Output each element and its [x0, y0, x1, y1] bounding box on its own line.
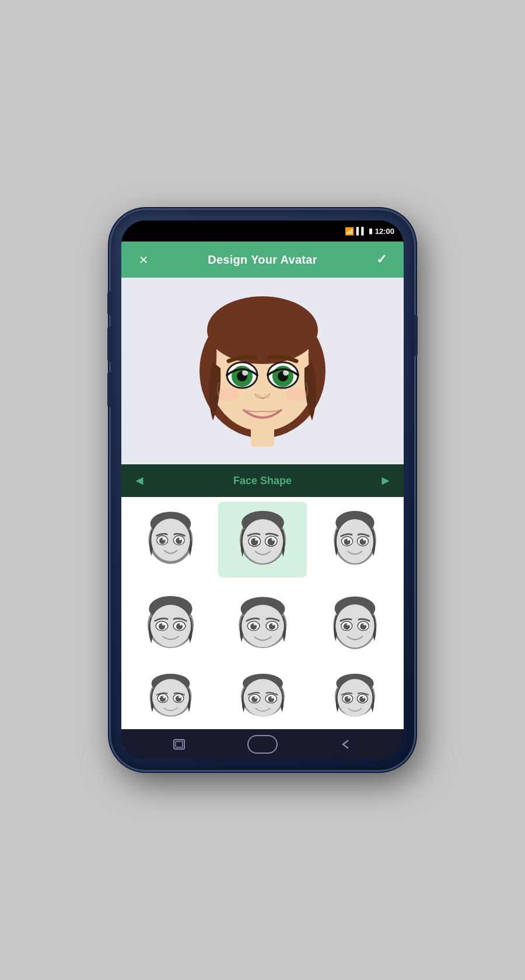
svg-point-13	[264, 394, 270, 398]
svg-point-59	[253, 622, 256, 625]
svg-point-87	[271, 696, 274, 699]
close-button[interactable]: ×	[133, 249, 154, 270]
phone-frame: SAMSUNG 📶 ▌▌ ▮ 12:00 × Design Your Avata…	[111, 210, 414, 770]
bixby-button[interactable]	[107, 372, 111, 407]
volume-up-button[interactable]	[107, 292, 111, 315]
face-option-5[interactable]	[218, 587, 307, 663]
svg-point-69	[363, 622, 366, 625]
svg-point-41	[347, 538, 350, 541]
face-option-6[interactable]	[310, 587, 399, 663]
screen-content: × Design Your Avatar ✓	[121, 242, 404, 760]
face-option-9[interactable]	[310, 672, 399, 719]
svg-point-23	[162, 537, 165, 540]
status-icons: 📶 ▌▌ ▮ 12:00	[345, 227, 394, 236]
svg-rect-98	[176, 741, 183, 747]
svg-point-3	[207, 296, 318, 364]
svg-point-50	[162, 622, 164, 625]
face-option-4[interactable]	[126, 587, 215, 663]
svg-point-96	[362, 696, 365, 699]
status-bar: 📶 ▌▌ ▮ 12:00	[121, 220, 404, 242]
svg-point-60	[272, 622, 275, 625]
svg-point-24	[178, 537, 181, 540]
recent-apps-button[interactable]	[166, 732, 192, 757]
next-arrow[interactable]: ►	[379, 473, 392, 488]
back-button[interactable]	[333, 732, 359, 757]
battery-icon: ▮	[369, 227, 373, 235]
svg-point-68	[346, 622, 349, 625]
confirm-button[interactable]: ✓	[371, 249, 392, 270]
svg-point-12	[255, 394, 261, 398]
signal-icon: ▌▌	[356, 227, 366, 235]
svg-point-14	[218, 387, 239, 401]
selector-label: Face Shape	[233, 475, 292, 487]
svg-point-51	[179, 622, 182, 625]
avatar-display	[187, 286, 338, 456]
phone-nav	[121, 729, 404, 760]
app-header: × Design Your Avatar ✓	[121, 242, 404, 278]
prev-arrow[interactable]: ◄	[133, 473, 146, 488]
svg-point-42	[362, 538, 365, 541]
page-title: Design Your Avatar	[208, 253, 317, 267]
phone-screen: 📶 ▌▌ ▮ 12:00 × Design Your Avatar ✓	[121, 220, 404, 760]
wifi-icon: 📶	[345, 227, 354, 236]
face-option-2[interactable]	[218, 502, 307, 578]
power-button[interactable]	[414, 315, 418, 356]
selector-bar: ◄ Face Shape ►	[121, 464, 404, 497]
svg-point-32	[255, 538, 258, 541]
svg-point-77	[163, 695, 166, 698]
face-option-7[interactable]	[126, 672, 215, 719]
svg-point-33	[271, 538, 274, 541]
svg-point-15	[286, 387, 307, 401]
face-option-1[interactable]	[126, 502, 215, 578]
time-display: 12:00	[375, 227, 394, 236]
face-options-grid	[121, 497, 404, 729]
svg-point-95	[347, 696, 350, 699]
face-option-3[interactable]	[310, 502, 399, 578]
svg-point-78	[178, 695, 181, 698]
face-option-8[interactable]	[218, 672, 307, 719]
svg-point-86	[254, 696, 257, 699]
avatar-preview	[121, 278, 404, 464]
volume-down-button[interactable]	[107, 327, 111, 362]
home-button[interactable]	[247, 735, 278, 754]
